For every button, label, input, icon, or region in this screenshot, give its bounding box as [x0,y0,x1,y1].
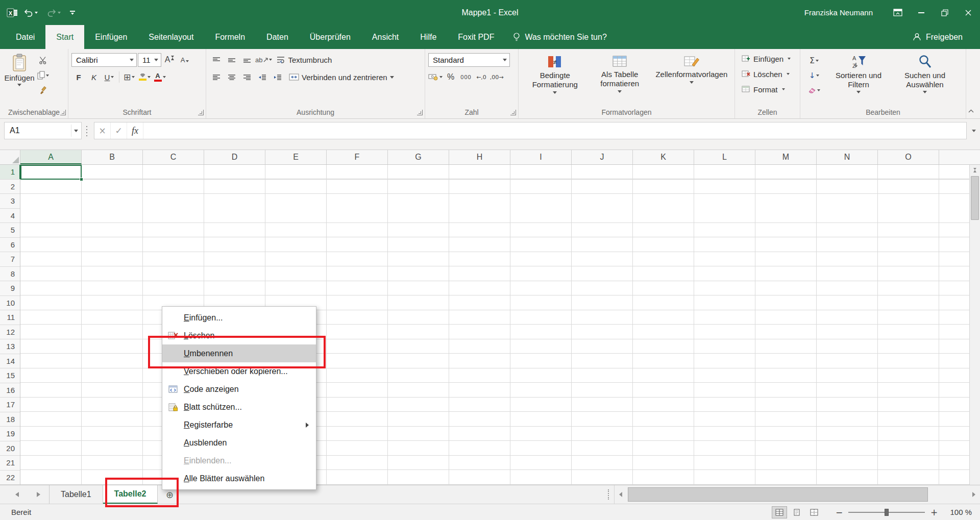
cancel-button[interactable]: × [94,122,111,139]
align-left-button[interactable] [209,70,224,84]
zoom-level[interactable]: 100 % [942,508,972,516]
increase-indent-button[interactable] [271,70,285,84]
sheet-nav-next-button[interactable] [28,485,49,504]
row-header[interactable]: 20 [0,441,20,456]
zoom-slider[interactable] [848,507,925,517]
column-header[interactable]: J [572,150,633,164]
tab-foxit-pdf[interactable]: Foxit PDF [447,25,505,49]
row-header[interactable]: 2 [0,180,20,194]
tab-datei[interactable]: Datei [5,25,45,49]
menu-item-umbenennen[interactable]: Umbenennen [162,344,316,362]
row-header[interactable]: 18 [0,412,20,427]
font-color-button[interactable]: A [153,70,167,84]
horizontal-scrollbar-thumb[interactable] [628,487,928,502]
sheet-tab-tabelle2[interactable]: Tabelle2 [103,485,158,504]
row-header[interactable]: 5 [0,223,20,238]
undo-dropdown-icon[interactable] [35,12,38,14]
tab-einfuegen[interactable]: Einfügen [84,25,138,49]
dialog-launcher-zwischenablage[interactable] [60,110,66,115]
row-header[interactable]: 15 [0,368,20,383]
minimize-button[interactable] [910,0,933,25]
row-header[interactable]: 19 [0,427,20,441]
row-header[interactable]: 21 [0,456,20,471]
row-header[interactable]: 6 [0,238,20,253]
font-size-select[interactable]: 11 [138,53,161,67]
redo-button[interactable] [43,5,64,21]
insert-function-button[interactable]: fx [127,122,143,139]
align-middle-button[interactable] [225,53,239,67]
delete-cells-button[interactable]: Löschen [738,66,797,82]
merge-center-button[interactable]: Verbinden und zentrieren [286,69,397,85]
format-as-table-button[interactable]: Als Tabelle formatieren [589,51,651,104]
row-header[interactable]: 8 [0,267,20,282]
zoom-slider-thumb[interactable] [885,509,889,516]
name-box[interactable]: A1 [4,122,82,139]
redo-dropdown-icon[interactable] [58,12,61,14]
orientation-button[interactable]: ab [255,53,272,67]
page-break-view-button[interactable] [806,506,822,518]
copy-dropdown-icon[interactable] [46,75,49,77]
wrap-text-button[interactable]: Textumbruch [273,52,335,67]
column-header[interactable]: H [449,150,510,164]
dialog-launcher-schriftart[interactable] [198,110,204,115]
insert-cells-button[interactable]: Einfügen [738,51,797,66]
zoom-in-button[interactable]: + [928,507,940,517]
underline-button[interactable]: U [102,70,116,84]
column-header[interactable]: E [265,150,327,164]
fill-color-button[interactable] [137,70,152,84]
align-bottom-button[interactable] [240,53,254,67]
font-name-select[interactable]: Calibri [71,53,137,67]
tab-start[interactable]: Start [45,25,84,49]
hscroll-track[interactable] [627,485,968,504]
column-header[interactable]: N [817,150,878,164]
row-header[interactable]: 1 [0,165,20,180]
enter-button[interactable]: ✓ [111,122,127,139]
undo-button[interactable] [20,5,41,21]
column-header[interactable]: C [143,150,204,164]
page-layout-view-button[interactable] [789,506,804,518]
menu-item-loeschen[interactable]: Löschen [162,327,316,344]
formula-bar-expand-button[interactable] [968,122,980,139]
column-header[interactable]: L [694,150,755,164]
row-header[interactable]: 7 [0,252,20,267]
copy-button[interactable] [36,68,50,82]
tab-seitenlayout[interactable]: Seitenlayout [138,25,204,49]
row-header[interactable]: 16 [0,383,20,398]
increase-font-button[interactable]: A [162,53,177,67]
account-name[interactable]: Franziska Neumann [804,8,873,17]
decrease-indent-button[interactable] [255,70,270,84]
restore-button[interactable] [933,0,957,25]
collapse-ribbon-button[interactable] [966,106,976,115]
format-cells-button[interactable]: Format [738,82,797,97]
share-button[interactable]: Freigeben [913,33,963,42]
column-header[interactable]: I [510,150,572,164]
percent-style-button[interactable]: % [444,70,458,84]
column-header[interactable]: M [755,150,817,164]
select-all-button[interactable] [0,150,20,164]
row-header[interactable]: 14 [0,354,20,369]
format-painter-button[interactable] [36,83,50,97]
cell-styles-button[interactable]: Zellenformatvorlagen [651,51,732,104]
find-select-button[interactable]: Suchen und Auswählen [892,51,958,104]
cut-button[interactable] [36,54,50,67]
vertical-scrollbar-thumb[interactable] [971,176,979,220]
name-box-resize-handle[interactable] [86,125,88,137]
paste-button[interactable]: Einfügen [3,51,36,106]
column-header[interactable]: F [327,150,388,164]
ribbon-display-options-button[interactable] [886,0,910,25]
row-header[interactable]: 13 [0,339,20,354]
accounting-format-button[interactable] [428,70,443,84]
fill-button[interactable]: ↓ [803,68,825,82]
autosum-button[interactable]: Σ [803,54,825,67]
tab-ansicht[interactable]: Ansicht [361,25,409,49]
tell-me-box[interactable]: Was möchten Sie tun? [513,32,606,42]
row-header[interactable]: 11 [0,310,20,325]
normal-view-button[interactable] [772,506,787,518]
row-header[interactable]: 10 [0,296,20,311]
column-header[interactable]: D [204,150,265,164]
hscroll-left-button[interactable] [615,492,627,497]
borders-button[interactable]: ⊞ [122,70,136,84]
selected-cell-a1[interactable] [20,165,82,180]
vertical-scrollbar[interactable] [969,165,980,500]
bold-button[interactable]: F [71,70,86,84]
